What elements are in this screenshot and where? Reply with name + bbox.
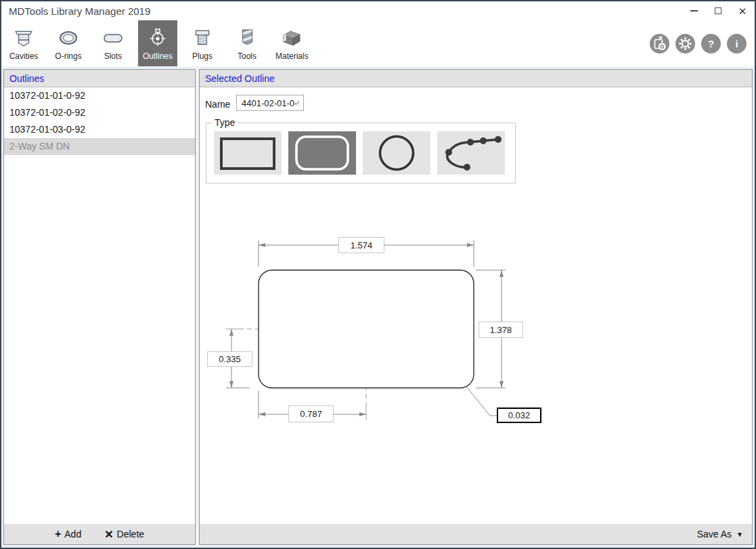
selected-outline-footer: Save As ▼	[200, 524, 752, 544]
tool-icon	[235, 26, 259, 49]
title-bar: MDTools Library Manager 2019 ✕	[1, 1, 755, 20]
maximize-button[interactable]	[706, 1, 730, 20]
outline-shape	[259, 270, 474, 388]
list-item[interactable]: 10372-01-03-0-92	[4, 121, 195, 138]
type-option-rounded-rectangle[interactable]	[288, 131, 356, 175]
selected-outline-body: Name Type	[200, 87, 752, 524]
toolbar-label: Cavities	[9, 51, 39, 61]
selected-outline-panel: Selected Outline Name Type	[199, 69, 753, 545]
gear-icon	[675, 34, 695, 53]
type-option-rectangle[interactable]	[214, 131, 282, 175]
outlines-panel: Outlines 10372-01-01-0-92 10372-01-02-0-…	[3, 69, 196, 545]
type-legend: Type	[212, 117, 238, 128]
list-item-selected[interactable]: 2-Way SM DN	[4, 138, 195, 155]
help-button[interactable]: ?	[701, 34, 721, 53]
info-icon: i	[735, 38, 738, 49]
dimension-width: 1.574	[338, 237, 384, 253]
toolbar-label: Slots	[104, 51, 123, 61]
list-item[interactable]: 10372-01-02-0-92	[4, 104, 195, 121]
circle-icon	[363, 131, 430, 175]
type-option-circle[interactable]	[363, 131, 430, 175]
toolbar-item-cavities[interactable]: Cavities	[4, 20, 43, 66]
dimension-center-offset-x: 0.787	[288, 405, 334, 422]
material-icon	[280, 26, 304, 49]
toolbar-item-orings[interactable]: O-rings	[49, 20, 88, 66]
oring-icon	[56, 26, 81, 49]
type-group: Type	[206, 123, 516, 183]
name-input[interactable]	[236, 95, 304, 111]
name-label: Name	[205, 99, 230, 110]
close-icon: ✕	[738, 6, 747, 16]
library-info-icon	[650, 34, 669, 53]
app-window: MDTools Library Manager 2019 ✕ Cavities	[0, 0, 756, 549]
toolbar-item-slots[interactable]: Slots	[93, 20, 133, 66]
maximize-icon	[715, 7, 721, 14]
toolbar-item-outlines[interactable]: Outlines	[138, 20, 177, 66]
plus-icon: +	[55, 528, 61, 540]
toolbar-item-materials[interactable]: Materials	[272, 20, 312, 66]
delete-button[interactable]: ✕ Delete	[104, 528, 144, 541]
toolbar-label: O-rings	[55, 51, 81, 61]
toolbar-label: Plugs	[192, 51, 213, 61]
toolbar-label: Materials	[275, 51, 309, 61]
rectangle-icon	[214, 131, 282, 175]
type-option-spline[interactable]	[437, 131, 505, 175]
list-item[interactable]: 10372-01-01-0-92	[4, 87, 195, 104]
toolbar-item-plugs[interactable]: Plugs	[183, 20, 222, 66]
window-controls: ✕	[682, 1, 755, 20]
toolbar-label: Outlines	[143, 51, 173, 61]
outline-target-icon	[146, 26, 170, 49]
x-icon: ✕	[104, 528, 113, 541]
slot-icon	[101, 26, 125, 49]
dropdown-arrow-icon: ▼	[736, 531, 743, 538]
toolbar-label: Tools	[238, 51, 257, 61]
toolbar-utility-buttons: ? i	[650, 20, 755, 66]
outlines-footer: + Add ✕ Delete	[4, 524, 195, 544]
plug-icon	[190, 26, 215, 49]
toolbar: Cavities O-rings Slots	[1, 20, 755, 66]
delete-button-label: Delete	[117, 529, 144, 540]
dimension-corner-radius: 0.032	[497, 408, 541, 423]
add-button[interactable]: + Add	[55, 528, 81, 540]
minimize-button[interactable]	[682, 1, 706, 20]
minimize-icon	[690, 10, 698, 12]
selected-outline-header: Selected Outline	[200, 70, 752, 87]
main-area: Outlines 10372-01-01-0-92 10372-01-02-0-…	[1, 66, 755, 548]
window-title: MDTools Library Manager 2019	[9, 5, 150, 17]
spline-icon	[437, 131, 505, 175]
dimension-height: 1.378	[479, 322, 523, 338]
question-icon: ?	[708, 38, 714, 49]
save-as-button[interactable]: Save As ▼	[697, 529, 743, 540]
rounded-rectangle-icon	[288, 131, 356, 175]
type-options	[214, 131, 505, 175]
save-as-label: Save As	[697, 529, 732, 540]
toolbar-item-tools[interactable]: Tools	[227, 20, 267, 66]
close-button[interactable]: ✕	[730, 1, 755, 20]
add-button-label: Add	[64, 529, 81, 540]
library-info-button[interactable]	[650, 34, 669, 53]
outlines-panel-header: Outlines	[4, 70, 195, 87]
settings-button[interactable]	[675, 34, 695, 53]
about-button[interactable]: i	[727, 34, 747, 53]
cavity-icon	[12, 26, 36, 49]
dimension-center-offset-y: 0.335	[207, 351, 252, 367]
outlines-list: 10372-01-01-0-92 10372-01-02-0-92 10372-…	[4, 87, 195, 524]
